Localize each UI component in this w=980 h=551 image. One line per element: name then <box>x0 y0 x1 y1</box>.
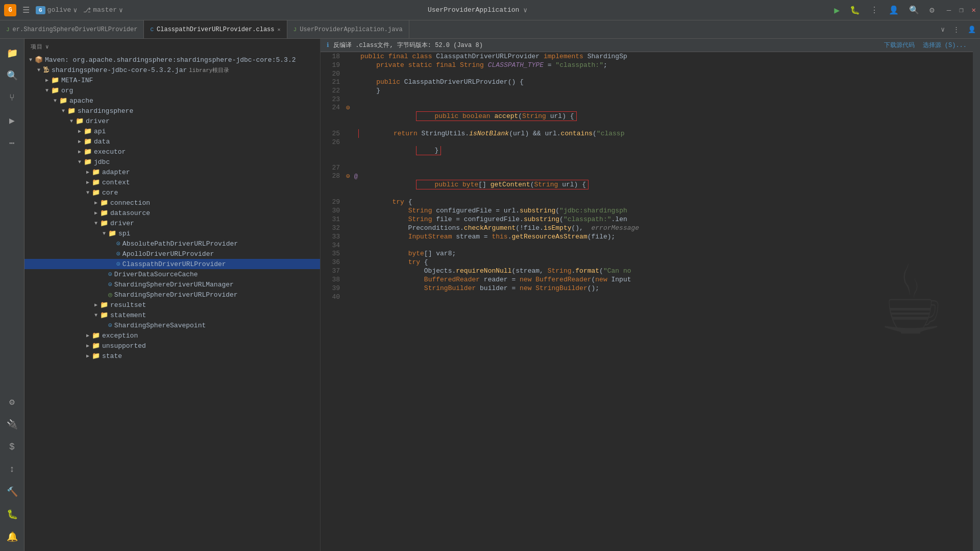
tab-java-icon: J <box>293 27 297 33</box>
tree-context[interactable]: ▶ 📁 context <box>24 177 320 187</box>
menu-icon[interactable]: ☰ <box>22 5 30 15</box>
tree-label: ShardingSphereDriverURLProvider <box>114 291 238 299</box>
line-code: return StringUtils.isNotBlank(url) && ur… <box>358 129 973 138</box>
activity-folder[interactable]: 📁 <box>2 43 22 63</box>
tree-datasource[interactable]: ▶ 📁 datasource <box>24 208 320 218</box>
line-code <box>358 95 973 103</box>
activity-run[interactable]: ▶ <box>2 110 22 131</box>
select-source-link[interactable]: 选择源 (S)... <box>923 41 967 50</box>
more-button[interactable]: ⋮ <box>868 3 880 17</box>
search-icon[interactable]: 🔍 <box>907 3 921 17</box>
editor-avatar: 👤 <box>964 20 980 38</box>
settings-icon[interactable]: ⚙ <box>927 3 937 17</box>
sidebar-dropdown[interactable]: ∨ <box>45 43 49 50</box>
tree-url-manager[interactable]: ▶ ⊙ ShardingSphereDriverURLManager <box>24 279 320 290</box>
tree-state[interactable]: ▶ 📁 state <box>24 351 320 361</box>
tree-meta-inf[interactable]: ▶ 📁 META-INF <box>24 75 320 85</box>
tree-label: DriverDataSourceCache <box>114 271 198 278</box>
code-line-21: 21 public ClasspathDriverURLProvider() { <box>321 78 973 86</box>
tree-url-provider[interactable]: ▶ ◎ ShardingSphereDriverURLProvider <box>24 290 320 300</box>
tree-label: context <box>102 179 130 186</box>
activity-debug[interactable]: 🐛 <box>2 504 22 524</box>
tree-data[interactable]: ▶ 📁 data <box>24 136 320 147</box>
tree-arrow-icon: ▼ <box>84 188 92 197</box>
tree-absolute-path[interactable]: ▶ ⊙ AbsolutePathDriverURLProvider <box>24 238 320 249</box>
tree-executor[interactable]: ▶ 📁 executor <box>24 147 320 157</box>
code-editor[interactable]: ☕ 18 public final class ClasspathDriverU… <box>321 52 973 551</box>
tree-connection[interactable]: ▶ 📁 connection <box>24 198 320 208</box>
close-button[interactable]: ✕ <box>972 6 976 14</box>
branch-dropdown: ∨ <box>73 6 77 14</box>
tree-label: api <box>94 128 106 135</box>
minimize-button[interactable]: — <box>947 6 951 14</box>
folder-icon: 📁 <box>92 331 100 340</box>
tree-apache[interactable]: ▼ 📁 apache <box>24 95 320 106</box>
activity-search[interactable]: 🔍 <box>2 65 22 86</box>
tree-driver-inner[interactable]: ▼ 📁 driver <box>24 218 320 228</box>
tree-label: ApolloDriverURLProvider <box>122 250 214 258</box>
tree-adapter[interactable]: ▶ 📁 adapter <box>24 167 320 177</box>
tree-statement[interactable]: ▼ 📁 statement <box>24 310 320 320</box>
tree-spi[interactable]: ▼ 📁 spi <box>24 228 320 238</box>
tree-apollo[interactable]: ▶ ⊙ ApolloDriverURLProvider <box>24 249 320 259</box>
activity-more[interactable]: ⋯ <box>2 133 22 153</box>
tree-unsupported[interactable]: ▶ 📁 unsupported <box>24 341 320 351</box>
line-gutter <box>346 232 358 241</box>
folder-icon: 📁 <box>100 219 108 227</box>
download-source-link[interactable]: 下载源代码 <box>884 41 915 50</box>
info-actions: 下载源代码 选择源 (S)... <box>884 41 967 50</box>
tab-user-provider[interactable]: J UserProviderApplication.java <box>287 20 409 38</box>
line-number: 39 <box>321 284 346 293</box>
tree-maven-root[interactable]: ▼ 📦 Maven: org.apache.shardingsphere:sha… <box>24 55 320 65</box>
tab-close-icon[interactable]: ✕ <box>278 27 281 33</box>
tree-resultset[interactable]: ▶ 📁 resultset <box>24 300 320 310</box>
branch-info[interactable]: ⎇ master ∨ <box>83 6 123 14</box>
line-code <box>358 69 973 78</box>
tree-classpath[interactable]: ▶ ⊙ ClasspathDriverURLProvider <box>24 259 320 269</box>
folder-icon: 📁 <box>100 301 108 309</box>
tree-label: state <box>102 352 122 360</box>
code-line-20: 20 <box>321 69 973 78</box>
tab-options-button[interactable]: ⋮ <box>949 20 964 38</box>
tree-arrow-icon: ▶ <box>76 137 84 146</box>
line-gutter <box>346 129 358 138</box>
activity-build[interactable]: 🔨 <box>2 482 22 502</box>
tree-org[interactable]: ▼ 📁 org <box>24 85 320 95</box>
line-gutter <box>346 138 358 163</box>
activity-notifications[interactable]: 🔔 <box>2 526 22 547</box>
activity-terminal[interactable]: $ <box>2 437 22 457</box>
class-icon: ⊙ <box>108 321 112 329</box>
activity-settings[interactable]: ⚙ <box>2 392 22 412</box>
tree-core[interactable]: ▼ 📁 core <box>24 187 320 198</box>
line-gutter <box>346 267 358 275</box>
tree-driver[interactable]: ▼ 📁 driver <box>24 116 320 126</box>
project-info[interactable]: G golive ∨ <box>36 6 77 14</box>
maximize-button[interactable]: ❐ <box>959 6 963 14</box>
tree-label: unsupported <box>102 342 146 350</box>
line-gutter <box>346 198 358 206</box>
tree-savepoint[interactable]: ▶ ⊙ ShardingSphereSavepoint <box>24 320 320 330</box>
debug-button[interactable]: 🐛 <box>848 3 862 17</box>
activity-plugins[interactable]: 🔌 <box>2 414 22 435</box>
tab-classpath-class[interactable]: C ClasspathDriverURLProvider.class ✕ <box>144 20 287 38</box>
tab-sharding-url[interactable]: J er.ShardingSphereDriverURLProvider <box>0 20 144 38</box>
tree-label: org <box>61 87 73 94</box>
tree-arrow-icon: ▼ <box>76 158 84 166</box>
code-line-22: 22 } <box>321 86 973 95</box>
line-gutter <box>346 52 358 61</box>
tree-api[interactable]: ▶ 📁 api <box>24 126 320 136</box>
tree-jdbc[interactable]: ▼ 📁 jdbc <box>24 157 320 167</box>
tree-jar[interactable]: ▼ 🗜 shardingsphere-jdbc-core-5.3.2.jar l… <box>24 65 320 75</box>
line-number: 36 <box>321 258 346 267</box>
tree-driver-cache[interactable]: ▶ ⊙ DriverDataSourceCache <box>24 269 320 279</box>
tab-more-button[interactable]: ∨ <box>937 20 949 38</box>
activity-vcs[interactable]: ⑂ <box>2 88 22 108</box>
run-button[interactable]: ▶ <box>832 3 842 18</box>
line-code: String file = configuredFile.substring("… <box>358 215 973 224</box>
tree-exception[interactable]: ▶ 📁 exception <box>24 330 320 341</box>
folder-icon: 📁 <box>59 97 67 105</box>
user-icon[interactable]: 👤 <box>887 3 901 17</box>
tree-shardingsphere[interactable]: ▼ 📁 shardingsphere <box>24 106 320 116</box>
activity-git[interactable]: ↕ <box>2 459 22 480</box>
line-gutter <box>346 249 358 258</box>
